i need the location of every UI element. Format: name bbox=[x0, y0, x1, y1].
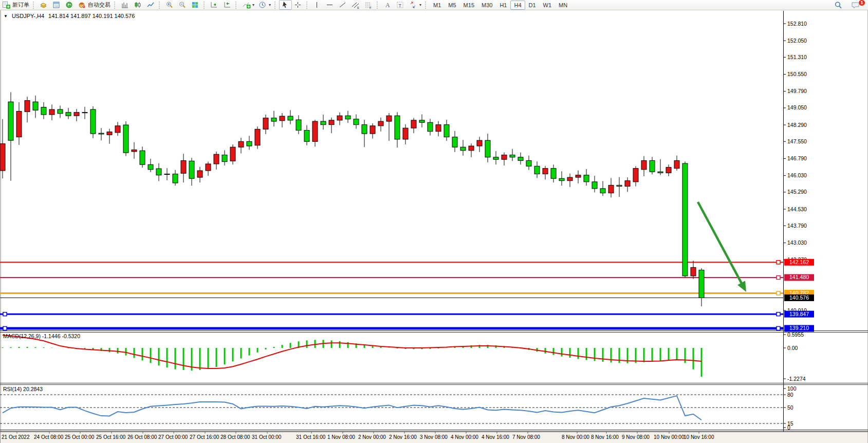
candle[interactable] bbox=[666, 167, 671, 173]
chevron-down-icon[interactable]: ▾ bbox=[419, 3, 421, 7]
candle[interactable] bbox=[576, 175, 581, 177]
timeframe-h4-button[interactable]: H4 bbox=[510, 1, 525, 10]
candle[interactable] bbox=[403, 128, 408, 139]
candle[interactable] bbox=[691, 267, 696, 276]
chevron-down-icon[interactable]: ▾ bbox=[252, 3, 254, 7]
candle[interactable] bbox=[386, 116, 392, 121]
candle[interactable] bbox=[551, 169, 556, 179]
candle[interactable] bbox=[214, 154, 219, 164]
candle[interactable] bbox=[189, 161, 194, 178]
candle[interactable] bbox=[8, 102, 13, 140]
candle[interactable] bbox=[543, 169, 548, 174]
vertical-line-button[interactable] bbox=[311, 0, 324, 10]
chart-canvas[interactable]: 152.810152.050151.310150.550149.790149.0… bbox=[0, 0, 868, 443]
notifications-button[interactable]: 1 bbox=[849, 0, 863, 10]
candle[interactable] bbox=[33, 102, 38, 110]
candle[interactable] bbox=[477, 140, 482, 146]
text-label-button[interactable]: T bbox=[394, 0, 407, 10]
candle[interactable] bbox=[370, 126, 375, 134]
candle[interactable] bbox=[658, 172, 663, 173]
candle[interactable] bbox=[181, 160, 186, 173]
zoom-out-button[interactable] bbox=[176, 0, 189, 10]
auto-trading-button[interactable]: 自动交易 bbox=[76, 0, 113, 10]
new-order-button[interactable]: 新订单 bbox=[0, 0, 31, 10]
candle[interactable] bbox=[584, 175, 589, 182]
candle[interactable] bbox=[148, 164, 153, 170]
candle[interactable] bbox=[82, 113, 87, 113]
candle[interactable] bbox=[469, 146, 474, 151]
candle[interactable] bbox=[90, 109, 96, 134]
candle[interactable] bbox=[345, 116, 350, 119]
candle[interactable] bbox=[411, 120, 416, 128]
candle[interactable] bbox=[49, 109, 54, 115]
candle[interactable] bbox=[682, 163, 688, 276]
candle[interactable] bbox=[617, 185, 622, 186]
candle[interactable] bbox=[485, 140, 490, 157]
candle[interactable] bbox=[567, 177, 572, 181]
chart-shift-button[interactable] bbox=[221, 0, 234, 10]
candle[interactable] bbox=[296, 120, 301, 130]
candle[interactable] bbox=[230, 147, 235, 161]
hline-handle[interactable] bbox=[777, 261, 780, 264]
auto-scroll-button[interactable] bbox=[208, 0, 221, 10]
fibonacci-button[interactable]: F bbox=[362, 0, 375, 10]
candle[interactable] bbox=[354, 119, 359, 125]
hline-handle[interactable] bbox=[3, 326, 7, 330]
profiles-button[interactable] bbox=[38, 0, 50, 10]
candle[interactable] bbox=[247, 141, 252, 146]
candle[interactable] bbox=[436, 125, 441, 132]
candle[interactable] bbox=[107, 132, 112, 135]
candle[interactable] bbox=[99, 133, 104, 134]
chevron-down-icon[interactable]: ▾ bbox=[269, 3, 271, 7]
candle[interactable] bbox=[419, 120, 424, 122]
candle[interactable] bbox=[329, 120, 334, 125]
signals-button[interactable] bbox=[63, 0, 76, 10]
hline-handle[interactable] bbox=[777, 291, 780, 295]
candle[interactable] bbox=[74, 113, 79, 116]
candle[interactable] bbox=[312, 121, 318, 141]
candle[interactable] bbox=[263, 118, 268, 130]
candle[interactable] bbox=[650, 160, 655, 172]
candle[interactable] bbox=[206, 164, 211, 171]
candle[interactable] bbox=[395, 116, 400, 139]
bar-chart-button[interactable] bbox=[119, 0, 132, 10]
candle[interactable] bbox=[493, 157, 498, 159]
equidistant-channel-button[interactable]: E bbox=[349, 0, 362, 10]
candle[interactable] bbox=[362, 125, 367, 134]
horizontal-line-button[interactable] bbox=[324, 0, 337, 10]
candle[interactable] bbox=[460, 147, 466, 151]
candle[interactable] bbox=[625, 181, 630, 187]
candle[interactable] bbox=[699, 270, 704, 298]
market-watch-button[interactable] bbox=[50, 0, 63, 10]
candle[interactable] bbox=[255, 129, 260, 145]
candle[interactable] bbox=[115, 126, 120, 133]
crosshair-button[interactable] bbox=[292, 0, 305, 10]
candle[interactable] bbox=[25, 101, 30, 112]
candle[interactable] bbox=[534, 166, 540, 174]
candle[interactable] bbox=[222, 155, 227, 161]
timeframe-h1-button[interactable]: H1 bbox=[496, 1, 510, 10]
candle[interactable] bbox=[452, 137, 457, 147]
line-chart-button[interactable] bbox=[144, 0, 157, 10]
zoom-in-button[interactable] bbox=[163, 0, 176, 10]
timeframe-w1-button[interactable]: W1 bbox=[540, 1, 556, 10]
timeframe-mn-button[interactable]: MN bbox=[555, 1, 571, 10]
candle[interactable] bbox=[288, 116, 293, 120]
candle[interactable] bbox=[0, 144, 5, 171]
periods-button[interactable]: ▾ bbox=[256, 0, 273, 10]
candle[interactable] bbox=[600, 189, 605, 193]
candle[interactable] bbox=[674, 160, 679, 168]
candle[interactable] bbox=[140, 151, 145, 164]
candle[interactable] bbox=[444, 125, 449, 137]
candle[interactable] bbox=[592, 182, 597, 189]
chart-background[interactable] bbox=[0, 10, 868, 443]
candle[interactable] bbox=[502, 155, 507, 159]
indicators-button[interactable]: ▾ bbox=[240, 0, 256, 10]
candle[interactable] bbox=[271, 118, 276, 122]
cursor-button[interactable] bbox=[279, 0, 292, 10]
symbol-dropdown-icon[interactable]: ▼ bbox=[4, 14, 8, 19]
timeframe-m1-button[interactable]: M1 bbox=[430, 1, 445, 10]
candle[interactable] bbox=[641, 160, 647, 169]
candle[interactable] bbox=[41, 107, 46, 115]
candle[interactable] bbox=[608, 185, 614, 193]
